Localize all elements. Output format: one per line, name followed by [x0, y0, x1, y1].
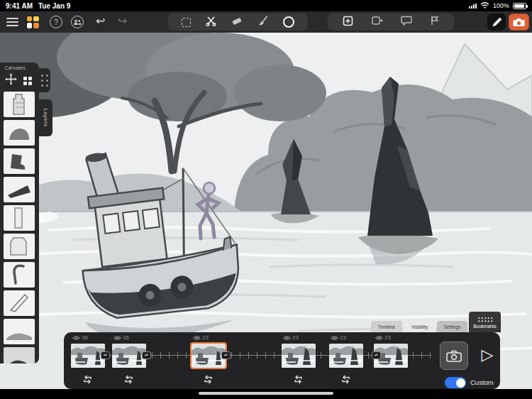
canvas-thumbnail[interactable]: [4, 262, 35, 288]
transition-marker[interactable]: ⇄: [142, 351, 151, 359]
camera-outline-icon: [446, 350, 462, 362]
frame-visibility[interactable]: 23: [331, 334, 346, 341]
frame-tool-group: [328, 13, 454, 31]
timeline-frame-selected[interactable]: [192, 344, 226, 368]
timeline-frame[interactable]: [329, 344, 363, 368]
comment-icon[interactable]: [401, 16, 412, 28]
gallery-view-icon[interactable]: [23, 77, 32, 85]
pencil-icon: [491, 16, 503, 28]
custom-loop-toggle[interactable]: [445, 377, 466, 388]
add-frame-icon[interactable]: [343, 16, 353, 29]
frame-visibility[interactable]: 23: [283, 334, 299, 341]
selection-tool-icon[interactable]: [182, 18, 191, 27]
wifi-icon: [480, 2, 489, 10]
loop-icon[interactable]: [340, 374, 351, 383]
cellular-signal-icon: [469, 3, 477, 9]
transition-marker[interactable]: ⇄: [101, 351, 110, 359]
timeline-frame[interactable]: [71, 344, 105, 368]
canvas-thumbnail[interactable]: [4, 148, 35, 174]
capture-frame-button[interactable]: [440, 341, 468, 370]
canvas-thumbnail[interactable]: [4, 234, 35, 259]
redo-button[interactable]: ↪: [118, 14, 127, 28]
insert-frame-icon[interactable]: [372, 16, 383, 28]
app-logo[interactable]: [26, 15, 40, 29]
flag-icon[interactable]: [431, 16, 439, 28]
play-button[interactable]: ▷: [478, 344, 497, 366]
loop-icon[interactable]: [203, 374, 214, 383]
battery-percent: 100%: [493, 2, 509, 9]
brush-tool-icon[interactable]: [257, 16, 268, 29]
panel-drag-handle[interactable]: [39, 68, 50, 92]
cut-tool-icon[interactable]: [206, 16, 216, 29]
eraser-tool-icon[interactable]: [231, 16, 243, 28]
tab-settings[interactable]: Settings: [437, 321, 467, 332]
camera-icon: [513, 18, 525, 27]
pencil-mode-button[interactable]: [487, 13, 506, 31]
home-indicator[interactable]: [199, 392, 333, 395]
loop-icon[interactable]: [293, 374, 304, 383]
frame-visibility[interactable]: 36: [113, 334, 129, 341]
collaborate-button[interactable]: [71, 16, 84, 28]
help-button[interactable]: ?: [50, 16, 62, 28]
loop-icon[interactable]: [82, 374, 93, 383]
frame-visibility[interactable]: 23: [375, 334, 391, 341]
capture-button[interactable]: [509, 13, 529, 31]
status-bar: 9:41 AM Tue Jan 9 100%: [0, 0, 532, 11]
undo-button[interactable]: ↩: [96, 14, 105, 28]
timeline-frame[interactable]: [112, 344, 146, 368]
layers-tab[interactable]: Layers: [39, 99, 52, 136]
status-time: 9:41 AM: [6, 2, 33, 10]
brush-size-icon[interactable]: [283, 16, 294, 28]
frame-visibility[interactable]: 23: [193, 334, 209, 341]
canvas-thumbnail[interactable]: [4, 177, 35, 202]
canvas-thumbnail[interactable]: [4, 120, 35, 146]
canvases-panel-title: Canvases: [0, 62, 39, 70]
canvas-thumbnail[interactable]: [4, 290, 35, 316]
tab-timeline[interactable]: Timeline: [371, 321, 402, 332]
frame-visibility[interactable]: 36: [72, 334, 88, 341]
tab-bookmarks[interactable]: Bookmarks: [469, 312, 501, 332]
menu-button[interactable]: [6, 18, 18, 26]
canvas-thumbnail[interactable]: [4, 205, 35, 231]
custom-toggle-label: Custom: [470, 378, 494, 386]
canvas-thumbnail[interactable]: [4, 347, 35, 364]
battery-icon: [513, 3, 526, 9]
timeline-frame[interactable]: [282, 344, 316, 368]
transition-marker[interactable]: ⇄: [372, 351, 381, 359]
edit-tool-group: [168, 13, 308, 31]
main-toolbar: ? ↩ ↪: [0, 11, 532, 33]
canvas-thumbnail[interactable]: [4, 319, 35, 344]
transition-marker[interactable]: ⇄: [221, 351, 231, 359]
app-screen: 9:41 AM Tue Jan 9 100% ? ↩ ↪: [0, 0, 532, 399]
bottom-strip: [0, 389, 532, 399]
loop-icon[interactable]: [123, 374, 134, 383]
status-date: Tue Jan 9: [38, 2, 70, 10]
move-tool-icon[interactable]: [5, 73, 17, 88]
bookmarks-grid-icon: [477, 316, 494, 322]
tab-visibility[interactable]: Visibility: [404, 321, 436, 332]
canvases-panel: Canvases: [0, 62, 39, 364]
canvas-thumbnail[interactable]: [4, 92, 35, 117]
timeline-panel: 36 36 23 23 23 23 ⇄ ⇄ ⇄ ⇄ ▷ Custom: [64, 332, 500, 389]
people-icon: [73, 19, 82, 25]
